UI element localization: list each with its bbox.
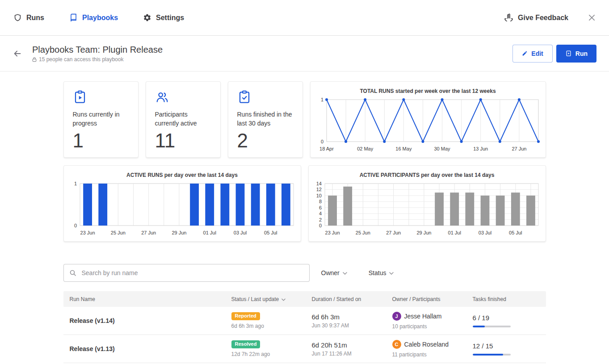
run-name-cell: Release (v1.14) [63, 307, 225, 335]
stat-label: Runs currently in progress [73, 110, 129, 128]
charts-row: ACTIVE RUNS per day over the last 14 day… [63, 165, 546, 242]
svg-text:25 Jun: 25 Jun [110, 230, 125, 235]
access-note-text: 15 people can access this playbook [39, 56, 123, 63]
avatar: C [392, 340, 401, 349]
total-runs-chart: 0118 Apr02 May16 May30 May13 Jun27 Jun [311, 97, 546, 154]
owner-line: CCaleb Roseland [392, 340, 449, 349]
stat-value: 2 [237, 130, 294, 151]
table-row[interactable]: Release (v1.14)Reported6d 6h 3m ago6d 6h… [63, 307, 546, 335]
status-cell: Reported6d 6h 3m ago [225, 307, 306, 335]
stat-card-runs-finished: Runs finished in the last 30 days 2 [228, 81, 303, 158]
svg-text:0: 0 [319, 223, 321, 228]
runs-table: Run Name Status / Last update Duration /… [63, 291, 546, 363]
column-header-duration: Duration / Started on [306, 296, 386, 302]
stat-value: 11 [155, 130, 211, 151]
page-title: Playbooks Team: Plugin Release [32, 44, 163, 55]
tasks-cell: 6 / 19 [466, 307, 546, 335]
chart-title: ACTIVE PARTICIPANTS per day over the las… [309, 172, 546, 179]
chart-canvas: 0246810121423 Jun25 Jun27 Jun29 Jun01 Ju… [309, 181, 546, 238]
svg-text:12: 12 [316, 187, 321, 192]
svg-text:29 Jun: 29 Jun [172, 230, 186, 235]
svg-text:27 Jun: 27 Jun [141, 230, 156, 235]
owner-line: JJesse Hallam [392, 312, 442, 321]
chart-title: ACTIVE RUNS per day over the last 14 day… [64, 172, 301, 179]
last-update-text: 6d 6h 3m ago [231, 323, 264, 329]
back-arrow-icon[interactable] [13, 49, 22, 59]
status-filter-dropdown[interactable]: Status [369, 269, 394, 276]
avatar: J [392, 312, 401, 321]
active-runs-chart: 0123 Jun25 Jun27 Jun29 Jun01 Jul03 Jul05… [64, 181, 301, 238]
active-runs-chart-card: ACTIVE RUNS per day over the last 14 day… [63, 165, 301, 242]
tasks-finished-text: 12 / 15 [473, 342, 493, 350]
stat-label: Runs finished in the last 30 days [237, 110, 294, 128]
svg-text:05 Jul: 05 Jul [264, 230, 277, 235]
feedback-hands-icon [504, 13, 513, 22]
started-on-text: Jun 17 11:26 AM [312, 351, 352, 357]
participants-text: 11 participants [392, 351, 427, 358]
book-playbooks-icon [69, 13, 78, 22]
column-header-status[interactable]: Status / Last update [225, 296, 306, 302]
sort-chevron-down-icon [281, 298, 286, 301]
duration-cell: 6d 20h 51mJun 17 11:26 AM [306, 335, 386, 363]
duration-text: 6d 6h 3m [312, 313, 340, 321]
gear-icon [143, 13, 151, 22]
chart-canvas: 0118 Apr02 May16 May30 May13 Jun27 Jun [311, 97, 546, 154]
edit-button-label: Edit [531, 50, 543, 57]
chevron-down-icon [343, 272, 347, 275]
content: Runs currently in progress 1 Participant… [63, 71, 546, 363]
search-input[interactable] [63, 264, 310, 282]
svg-text:0: 0 [320, 139, 323, 144]
runs-table-body: Release (v1.14)Reported6d 6h 3m ago6d 6h… [63, 307, 546, 363]
owner-cell: JJesse Hallam10 participants [386, 307, 466, 335]
tasks-progress-fill [473, 326, 485, 327]
clipboard-check-icon [237, 90, 294, 104]
nav-settings-label: Settings [156, 14, 184, 22]
run-name-link[interactable]: Release (v1.14) [70, 317, 115, 324]
clipboard-run-icon [565, 50, 572, 57]
edit-button[interactable]: Edit [512, 45, 552, 63]
top-nav: Runs Playbooks Settings Give Feedback [0, 0, 609, 36]
shield-runs-icon [13, 13, 22, 22]
duration-text: 6d 20h 51m [312, 341, 347, 349]
nav-playbooks-label: Playbooks [82, 14, 118, 22]
give-feedback-label: Give Feedback [518, 14, 568, 22]
nav-item-playbooks[interactable]: Playbooks [69, 13, 118, 22]
owner-filter-dropdown[interactable]: Owner [321, 269, 347, 276]
duration-cell: 6d 6h 3mJun 30 9:37 AM [306, 307, 386, 335]
stat-card-participants-active: Participants currently active 11 [146, 81, 221, 158]
svg-text:27 Jun: 27 Jun [386, 230, 401, 235]
chart-canvas: 0123 Jun25 Jun27 Jun29 Jun01 Jul03 Jul05… [64, 181, 301, 238]
svg-text:18 Apr: 18 Apr [319, 146, 334, 151]
chevron-down-icon [389, 272, 394, 275]
svg-text:2: 2 [319, 217, 321, 222]
tasks-cell: 12 / 15 [466, 335, 546, 363]
stat-label: Participants currently active [155, 110, 211, 128]
stats-row: Runs currently in progress 1 Participant… [63, 81, 546, 158]
runs-table-header: Run Name Status / Last update Duration /… [63, 291, 546, 307]
table-row[interactable]: Release (v1.13)Resolved12d 7h 22m ago6d … [63, 335, 546, 363]
svg-text:03 Jul: 03 Jul [478, 230, 491, 235]
nav-item-settings[interactable]: Settings [143, 13, 184, 22]
lock-icon [32, 57, 37, 62]
started-on-text: Jun 30 9:37 AM [312, 322, 349, 329]
svg-text:0: 0 [74, 223, 76, 228]
svg-text:03 Jul: 03 Jul [233, 230, 246, 235]
active-participants-chart-card: ACTIVE PARTICIPANTS per day over the las… [308, 165, 546, 242]
svg-text:6: 6 [319, 205, 321, 210]
nav-item-runs[interactable]: Runs [13, 13, 44, 22]
close-icon[interactable] [588, 14, 596, 21]
playbook-header: Playbooks Team: Plugin Release 15 people… [0, 36, 609, 71]
search-icon [69, 269, 76, 276]
run-button[interactable]: Run [556, 45, 596, 63]
owner-filter-label: Owner [321, 269, 340, 276]
nav-runs-label: Runs [26, 14, 44, 22]
give-feedback-button[interactable]: Give Feedback [504, 13, 568, 22]
svg-text:27 Jun: 27 Jun [512, 146, 526, 151]
svg-text:05 Jul: 05 Jul [509, 230, 522, 235]
people-icon [155, 90, 211, 104]
svg-text:01 Jul: 01 Jul [203, 230, 216, 235]
tasks-finished-text: 6 / 19 [473, 314, 490, 322]
column-header-owner: Owner / Participants [386, 296, 466, 302]
run-button-label: Run [575, 50, 588, 57]
run-name-link[interactable]: Release (v1.13) [70, 345, 115, 352]
